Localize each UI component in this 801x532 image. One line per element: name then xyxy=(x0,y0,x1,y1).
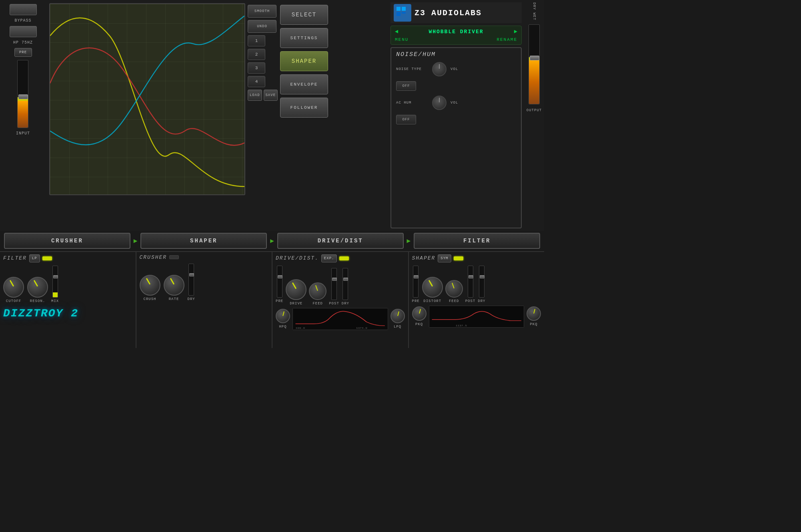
rename-button[interactable]: RENAME xyxy=(497,37,517,42)
shaper-led xyxy=(454,256,463,260)
shaper-dry-label: DRY xyxy=(478,299,485,303)
ac-off-button[interactable]: OFF xyxy=(396,115,416,124)
num4-button[interactable]: 4 xyxy=(248,76,265,87)
crusher-nav-button[interactable]: CRUSHER xyxy=(4,233,130,249)
noise-off-button[interactable]: OFF xyxy=(396,81,416,91)
reson-knob[interactable] xyxy=(27,277,48,298)
shaper-module: SHAPER SYM PRE DISTORT FEED xyxy=(409,252,545,348)
menu-button[interactable]: MENU xyxy=(395,37,409,42)
num3-button[interactable]: 3 xyxy=(248,62,265,74)
follower-button[interactable]: FOLLOWER xyxy=(280,98,328,118)
drive-pre-fader[interactable] xyxy=(277,266,282,298)
svg-rect-3 xyxy=(402,12,406,14)
rate-knob[interactable] xyxy=(164,275,184,296)
pkg-right-knob[interactable] xyxy=(527,306,541,321)
drive-pre-knob-group: PRE xyxy=(276,266,283,303)
shaper-dry-fader[interactable] xyxy=(479,266,485,298)
settings-button[interactable]: SETTINGS xyxy=(280,28,328,48)
lpq-group: LPQ xyxy=(390,309,405,329)
select-button[interactable]: SELECT xyxy=(280,5,328,25)
post-fader[interactable] xyxy=(331,268,337,300)
envelope-button[interactable]: ENVELOPE xyxy=(280,74,328,94)
output-label: OUTPUT xyxy=(527,108,542,112)
distort-knob[interactable] xyxy=(422,277,443,298)
num1-button[interactable]: 1 xyxy=(248,35,265,46)
rate-group: RATE xyxy=(164,275,184,301)
noise-vol-knob[interactable] xyxy=(432,62,447,76)
svg-text:1374.0: 1374.0 xyxy=(356,327,367,330)
cutoff-group: CUTOFF xyxy=(3,277,24,303)
crush-label: CRUSH xyxy=(143,297,156,301)
center-panel: SMOOTH UNDO 1 2 3 4 LOAD SAVE SELECT xyxy=(46,0,388,231)
svg-text:1137.5: 1137.5 xyxy=(455,324,467,327)
crusher-arrow: ▶ xyxy=(134,237,138,245)
drive-pre-group: PRE xyxy=(276,266,283,303)
waveform-display[interactable] xyxy=(49,3,245,195)
cutoff-knob[interactable] xyxy=(3,277,24,298)
input-label: INPUT xyxy=(16,131,30,136)
preset-name: WHOBBLE DRIVER xyxy=(400,29,512,35)
dry-wet-fader[interactable] xyxy=(529,24,540,104)
shaper-nav-button[interactable]: SHAPER xyxy=(140,233,267,249)
drive-knob-group: DRIVE xyxy=(286,279,306,306)
filter-knobs-row: CUTOFF RESON. MIX xyxy=(3,266,132,303)
crush-knob[interactable] xyxy=(140,275,160,296)
post-label: POST xyxy=(329,302,339,306)
bypass-label: BYPASS xyxy=(14,18,31,23)
crusher-dry-group: DRY xyxy=(188,264,195,301)
cutoff-label: CUTOFF xyxy=(6,299,21,303)
pkg-left-knob[interactable] xyxy=(412,306,427,321)
preset-next-arrow[interactable]: ► xyxy=(514,28,517,35)
filter-led xyxy=(42,256,52,260)
shaper-pre-label: PRE xyxy=(412,299,420,303)
drive-type-button[interactable]: EXP. xyxy=(321,254,337,262)
hp75hz-button[interactable] xyxy=(10,26,37,37)
shaper-type-button[interactable]: SYM xyxy=(438,254,451,262)
crush-group: CRUSH xyxy=(140,275,160,301)
save-button[interactable]: SAVE xyxy=(264,90,278,101)
shaper-feed-knob[interactable] xyxy=(445,280,463,298)
shaper-mode-button[interactable]: SHAPER xyxy=(280,51,328,71)
mix-fader-thumb xyxy=(53,275,58,278)
mix-label: MIX xyxy=(51,299,59,303)
ac-off-row: OFF xyxy=(396,115,516,124)
ac-vol-label: VOL xyxy=(451,101,458,105)
drive-filter-row: HPQ 100.0 1374.0 LPQ xyxy=(276,308,405,330)
drive-label: DRIVE xyxy=(290,302,302,306)
bypass-button[interactable] xyxy=(10,4,37,15)
load-save-row: LOAD SAVE xyxy=(248,90,278,101)
pre-button[interactable]: PRE xyxy=(14,48,32,57)
shaper-post-fader[interactable] xyxy=(468,266,473,298)
preset-prev-arrow[interactable]: ◄ xyxy=(395,28,398,35)
noise-off-row: OFF xyxy=(396,81,516,91)
mix-fader[interactable] xyxy=(52,266,58,298)
filter-nav-button[interactable]: FILTER xyxy=(414,233,540,249)
drive-dry-fader[interactable] xyxy=(342,268,348,300)
nav-bar: CRUSHER ▶ SHAPER ▶ DRIVE/DIST ▶ FILTER xyxy=(0,231,544,251)
filter-type-button[interactable]: LP xyxy=(29,254,40,262)
feed-knob[interactable] xyxy=(309,282,326,300)
crusher-module-header: CRUSHER xyxy=(140,254,269,260)
smooth-button[interactable]: SMOOTH xyxy=(248,5,276,18)
hpq-knob[interactable] xyxy=(276,309,290,323)
shaper-arrow: ▶ xyxy=(270,237,274,245)
filter-module: FILTER LP CUTOFF RESON. xyxy=(0,252,136,348)
crusher-dry-fader[interactable] xyxy=(188,264,194,296)
lpq-knob[interactable] xyxy=(390,309,405,323)
undo-button[interactable]: UNDO xyxy=(248,20,276,33)
z3-logo xyxy=(394,4,411,22)
controls-right: SMOOTH UNDO 1 2 3 4 LOAD SAVE SELECT xyxy=(248,3,385,199)
shaper-pre-fader[interactable] xyxy=(413,266,419,298)
dry-wet-strip-container: DRY WET OUTPUT xyxy=(524,0,544,231)
svg-rect-1 xyxy=(402,7,406,11)
drive-dist-nav-button[interactable]: DRIVE/DIST xyxy=(277,233,404,249)
load-button[interactable]: LOAD xyxy=(248,90,262,101)
shaper-dry-group: DRY xyxy=(478,266,485,303)
crusher-knobs-row: CRUSH RATE DRY xyxy=(140,264,269,301)
drive-knob[interactable] xyxy=(286,279,306,300)
input-fader[interactable] xyxy=(17,60,28,128)
lpq-label: LPQ xyxy=(394,325,401,329)
ac-vol-knob[interactable] xyxy=(432,96,447,110)
svg-rect-2 xyxy=(396,12,400,16)
num2-button[interactable]: 2 xyxy=(248,49,265,60)
